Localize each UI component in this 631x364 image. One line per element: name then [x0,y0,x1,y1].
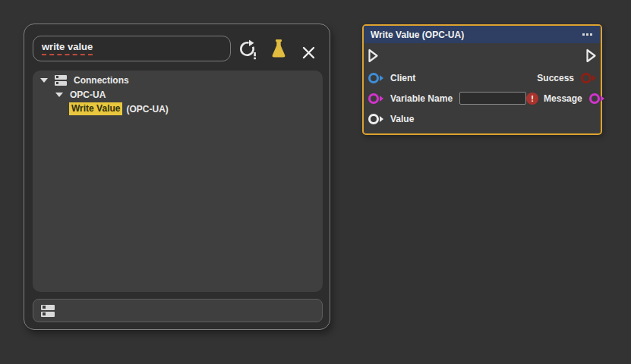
node-header[interactable]: Write Value (OPC-UA) [364,26,601,43]
port-label-client: Client [390,73,415,83]
port-label-value: Value [390,114,414,124]
refresh-alert-icon [238,39,257,60]
refresh-alert-button[interactable] [237,39,258,60]
port-variable-name[interactable] [368,93,383,104]
caret-down-icon[interactable] [40,78,48,83]
tree-label-connections: Connections [74,75,129,86]
close-icon [301,46,316,60]
port-row-value: Value [364,108,601,129]
tree-item-write-value[interactable]: Write Value (OPC-UA) [33,102,323,116]
port-message[interactable] [589,93,604,104]
ellipsis-icon [582,33,592,36]
filter-flask-button[interactable] [268,38,289,59]
exec-output-port[interactable] [585,49,597,63]
search-input-value: write value [42,42,93,55]
tree-item-opc-ua[interactable]: OPC-UA [33,87,323,102]
tree-item-connections[interactable]: Connections [33,73,323,87]
node-search-panel: write value Connec [24,24,330,330]
port-success[interactable] [581,73,596,83]
close-button[interactable] [298,42,319,63]
search-input[interactable]: write value [33,36,231,61]
play-icon [585,49,597,63]
port-value[interactable] [368,114,383,124]
port-row-client-success: Client Success [364,67,601,88]
dns-server-icon [55,75,67,86]
node-menu-button[interactable] [581,32,594,37]
exec-port-row [364,43,601,67]
node-title: Write Value (OPC-UA) [371,30,464,40]
variable-name-input[interactable] [459,92,526,105]
tree-label-write-value-suffix: (OPC-UA) [126,104,168,115]
port-label-success: Success [537,73,574,83]
tree-label-opc-ua: OPC-UA [70,89,106,100]
node-body: Client Success Variable Name ! Message [364,43,601,129]
dns-server-icon [41,305,55,317]
port-label-message: Message [544,93,582,104]
search-results-tree: Connections OPC-UA Write Value (OPC-UA) [33,71,323,292]
node-write-value[interactable]: Write Value (OPC-UA) [362,24,602,135]
port-client[interactable] [368,73,383,83]
error-exclamation-icon: ! [526,93,538,105]
search-match-highlight: Write Value [69,102,122,115]
exec-input-port[interactable] [368,49,379,63]
port-label-variable-name: Variable Name [390,93,453,104]
port-row-variable-message: Variable Name ! Message [364,88,601,108]
flask-icon [270,39,288,59]
caret-down-icon[interactable] [55,93,63,97]
play-icon [368,49,379,63]
bottom-bar[interactable] [33,299,323,322]
